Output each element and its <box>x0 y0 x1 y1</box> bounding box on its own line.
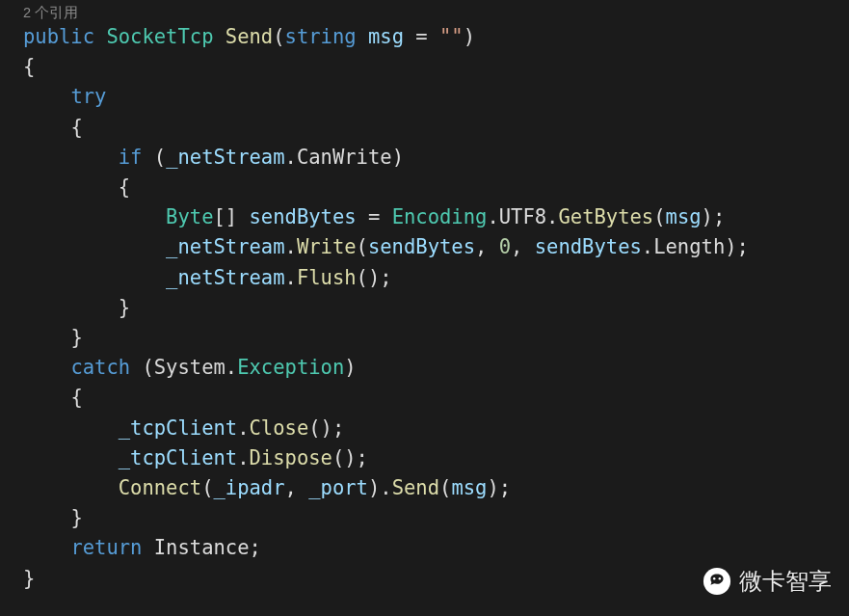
brace-close: } <box>70 326 82 349</box>
comma: , <box>285 476 309 499</box>
comma: , <box>511 235 535 258</box>
prop-canwrite: CanWrite <box>297 146 392 169</box>
param-msg: msg <box>368 25 404 48</box>
paren-close: ) <box>464 25 475 48</box>
field-tcpclient: _tcpClient <box>119 416 237 440</box>
indent-guide <box>23 266 166 289</box>
brace-open: { <box>70 116 82 139</box>
dot: . <box>487 205 498 228</box>
brace-close: } <box>119 296 130 319</box>
dot: . <box>285 235 297 258</box>
method-write: Write <box>297 235 357 258</box>
method-dispose: Dispose <box>250 446 332 469</box>
literal-zero: 0 <box>499 235 511 258</box>
local-sendbytes: sendBytes <box>250 205 357 228</box>
indent-guide <box>23 296 119 319</box>
keyword-return: return <box>70 536 142 559</box>
indent-guide <box>23 146 119 169</box>
type-sockettcp: SocketTcp <box>106 25 213 48</box>
array-brackets: [] <box>213 205 249 228</box>
field-netstream: _netStream <box>166 266 284 289</box>
dot: . <box>285 266 297 289</box>
dot: . <box>285 146 297 169</box>
dot: . <box>237 446 249 469</box>
indent-guide <box>23 205 166 228</box>
brace-open: { <box>119 175 130 199</box>
arg-sendbytes: sendBytes <box>368 235 475 258</box>
paren-open: ( <box>273 25 284 48</box>
namespace-system: System <box>154 356 226 379</box>
indent-guide <box>23 175 119 199</box>
prop-length: Length <box>653 235 725 258</box>
paren-close: ); <box>725 235 749 258</box>
arg-ipadr: _ipadr <box>214 476 285 499</box>
arg-msg: msg <box>666 205 702 228</box>
paren-close: ) <box>392 146 404 169</box>
keyword-catch: catch <box>70 356 130 379</box>
paren-open: ( <box>130 356 154 379</box>
indent-guide <box>23 416 119 440</box>
type-encoding: Encoding <box>392 205 488 228</box>
indent-guide <box>23 446 119 469</box>
string-empty: "" <box>439 25 464 48</box>
dot: . <box>237 416 249 440</box>
method-send: Send <box>226 25 273 48</box>
semicolon: ; <box>250 536 261 559</box>
field-netstream: _netStream <box>166 235 284 258</box>
paren-close: (); <box>332 446 368 469</box>
keyword-try: try <box>70 85 106 108</box>
paren-open: ( <box>142 146 166 169</box>
method-flush: Flush <box>297 266 357 289</box>
brace-close: } <box>23 567 35 590</box>
indent-guide <box>23 386 70 409</box>
arg-sendbytes: sendBytes <box>535 235 642 258</box>
comma: , <box>475 235 499 258</box>
method-getbytes: GetBytes <box>558 205 653 228</box>
codelens-references[interactable]: 2 个引用 <box>0 0 849 22</box>
indent-guide <box>23 356 70 379</box>
indent-guide <box>23 506 70 529</box>
indent-guide <box>23 476 119 499</box>
dot: . <box>642 235 653 258</box>
indent-guide <box>23 85 70 108</box>
keyword-string: string <box>285 25 357 48</box>
brace-open: { <box>23 55 35 78</box>
arg-msg: msg <box>451 476 487 499</box>
brace-close: } <box>70 506 82 529</box>
dot: . <box>226 356 237 379</box>
indent-guide <box>23 536 70 559</box>
field-tcpclient: _tcpClient <box>119 446 237 469</box>
type-byte: Byte <box>166 205 213 228</box>
paren-close: ) <box>344 356 356 379</box>
paren-close: ); <box>702 205 726 228</box>
dot: . <box>546 205 558 228</box>
space <box>142 536 153 559</box>
equals: = <box>404 25 439 48</box>
keyword-if: if <box>119 146 143 169</box>
paren-close: (); <box>357 266 392 289</box>
paren-close: ). <box>368 476 392 499</box>
indent-guide <box>23 116 70 139</box>
prop-utf8: UTF8 <box>499 205 546 228</box>
field-netstream: _netStream <box>166 146 284 169</box>
paren-open: ( <box>439 476 451 499</box>
paren-close: ); <box>487 476 511 499</box>
keyword-public: public <box>23 25 94 48</box>
indent-guide <box>23 326 70 349</box>
prop-instance: Instance <box>154 536 250 559</box>
brace-open: { <box>70 386 82 409</box>
arg-port: _port <box>308 476 368 499</box>
method-send: Send <box>392 476 439 499</box>
paren-open: ( <box>201 476 213 499</box>
indent-guide <box>23 235 166 258</box>
paren-open: ( <box>357 235 368 258</box>
method-connect: Connect <box>119 476 201 499</box>
type-exception: Exception <box>237 356 344 379</box>
equals: = <box>357 205 392 228</box>
paren-close: (); <box>308 416 344 440</box>
paren-open: ( <box>653 205 665 228</box>
space <box>357 25 368 48</box>
method-close: Close <box>250 416 309 440</box>
code-block: public SocketTcp Send(string msg = "") {… <box>0 22 849 594</box>
